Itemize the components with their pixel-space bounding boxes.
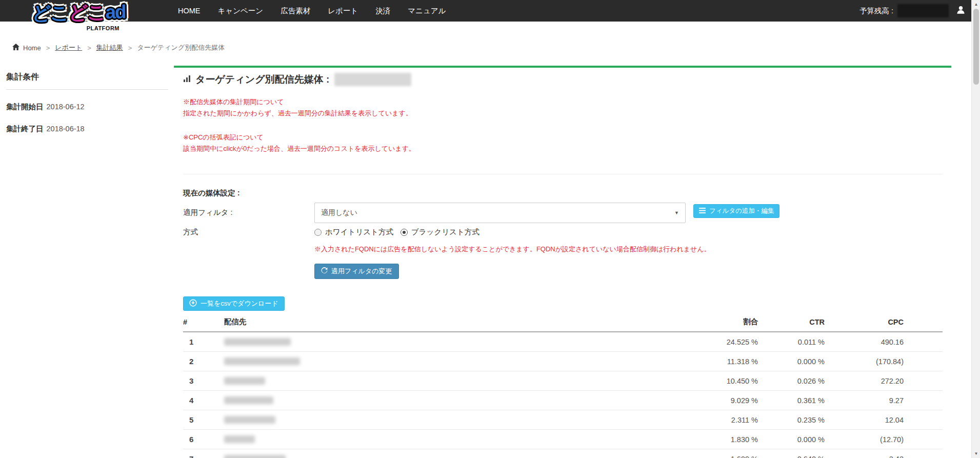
period-note: ※配信先媒体の集計期間について 指定された期間にかかわらず、過去一週間分の集計結… [183, 96, 943, 119]
table-row: 4 9.029 % 0.361 % 9.27 [183, 391, 943, 410]
row-ratio: 24.525 % [681, 332, 758, 352]
destination-name-redacted [224, 435, 255, 443]
report-panel: ターゲティング別配信先媒体 : ※配信先媒体の集計期間について 指定された期間に… [174, 66, 951, 458]
budget-balance-redacted [897, 4, 949, 17]
nav-item-manual[interactable]: マニュアル [399, 6, 454, 16]
whitelist-radio[interactable] [314, 229, 322, 236]
destination-name-redacted [224, 338, 291, 346]
row-ctr: 0.640 % [758, 449, 825, 458]
col-header-ratio: 割合 [681, 313, 758, 332]
row-cpc: 490.16 [825, 332, 943, 352]
row-ratio: 9.029 % [681, 391, 758, 410]
row-destination [224, 352, 681, 371]
scroll-down-button[interactable]: ▼ [972, 449, 980, 458]
top-navbar: HOME キャンペーン 広告素材 レポート 決済 マニュアル 予算残高 : [0, 0, 980, 22]
applied-filter-select[interactable]: 適用しない ▼ [314, 203, 686, 223]
row-number: 7 [183, 449, 224, 458]
row-ratio: 1.830 % [681, 430, 758, 449]
row-ratio: 10.450 % [681, 371, 758, 391]
main-menu: HOME キャンペーン 広告素材 レポート 決済 マニュアル [169, 0, 454, 22]
nav-item-report[interactable]: レポート [319, 6, 367, 16]
col-header-ctr: CTR [758, 313, 825, 332]
nav-item-home[interactable]: HOME [169, 7, 209, 15]
download-circle-icon [189, 299, 201, 308]
row-cpc: (170.84) [825, 352, 943, 371]
row-number: 2 [183, 352, 224, 371]
vertical-scrollbar: ▲ ▼ [971, 0, 980, 458]
row-number: 5 [183, 410, 224, 430]
breadcrumb-home-link[interactable]: Home [12, 44, 41, 52]
col-header-number: # [183, 313, 224, 332]
applied-filter-label: 適用フィルタ : [183, 203, 314, 217]
table-row: 2 11.318 % 0.000 % (170.84) [183, 352, 943, 371]
nav-item-creatives[interactable]: 広告素材 [272, 6, 319, 16]
col-header-destination: 配信先 [224, 313, 681, 332]
row-destination [224, 410, 681, 430]
scroll-up-button[interactable]: ▲ [972, 0, 980, 9]
page-title: ターゲティング別配信先媒体 : [183, 73, 943, 86]
row-destination [224, 430, 681, 449]
navbar-right: 予算残高 : [859, 0, 966, 22]
row-ctr: 0.361 % [758, 391, 825, 410]
refresh-icon [321, 267, 331, 275]
method-radio-group: ホワイトリスト方式 ブラックリスト方式 [314, 227, 487, 237]
method-label: 方式 [183, 227, 314, 237]
row-ratio: 2.311 % [681, 410, 758, 430]
row-cpc: 3.42 [825, 449, 943, 458]
destination-name-redacted [224, 455, 286, 458]
breadcrumb-results-link[interactable]: 集計結果 [96, 43, 123, 52]
destination-name-redacted [224, 377, 265, 385]
breadcrumb-current-page: ターゲティング別配信先媒体 [137, 43, 225, 52]
table-row: 6 1.830 % 0.000 % (12.70) [183, 430, 943, 449]
chevron-down-icon: ▼ [674, 210, 679, 215]
row-destination [224, 371, 681, 391]
row-ctr: 0.000 % [758, 352, 825, 371]
list-icon [699, 208, 709, 215]
site-logo-text: どこどこad [32, 0, 127, 27]
breadcrumb-report-link[interactable]: レポート [55, 43, 82, 52]
row-ratio: 1.699 % [681, 449, 758, 458]
table-header-row: # 配信先 割合 CTR CPC [183, 313, 943, 332]
breadcrumb-separator: > [46, 44, 50, 52]
row-ctr: 0.026 % [758, 371, 825, 391]
row-ctr: 0.011 % [758, 332, 825, 352]
row-cpc: 9.27 [825, 391, 943, 410]
nav-item-payment[interactable]: 決済 [367, 6, 399, 16]
row-number: 3 [183, 371, 224, 391]
table-row: 7 1.699 % 0.640 % 3.42 [183, 449, 943, 458]
row-number: 1 [183, 332, 224, 352]
section-divider [183, 174, 943, 174]
budget-balance-label: 予算残高 : [859, 6, 893, 16]
row-ratio: 11.318 % [681, 352, 758, 371]
site-logo[interactable]: どこどこad PLATFORM [32, 0, 127, 31]
apply-filter-change-button[interactable]: 適用フィルタの変更 [314, 264, 399, 279]
blacklist-radio[interactable] [401, 229, 408, 236]
destination-name-redacted [224, 416, 275, 424]
user-menu-button[interactable] [956, 5, 966, 16]
row-ctr: 0.235 % [758, 410, 825, 430]
whitelist-radio-label[interactable]: ホワイトリスト方式 [325, 227, 393, 237]
row-destination [224, 391, 681, 410]
row-cpc: (12.70) [825, 430, 943, 449]
current-media-settings-heading: 現在の媒体設定 : [183, 188, 943, 198]
table-row: 3 10.450 % 0.026 % 272.20 [183, 371, 943, 391]
aggregation-conditions-sidebar: 集計条件 集計開始日2018-06-12 集計終了日2018-06-18 [6, 72, 168, 134]
row-cpc: 272.20 [825, 371, 943, 391]
csv-download-button[interactable]: 一覧をcsvでダウンロード [183, 296, 285, 311]
nav-item-campaign[interactable]: キャンペーン [209, 6, 272, 16]
row-ctr: 0.000 % [758, 430, 825, 449]
table-row: 5 2.311 % 0.235 % 12.04 [183, 410, 943, 430]
blacklist-radio-label[interactable]: ブラックリスト方式 [411, 227, 479, 237]
filter-add-edit-button[interactable]: フィルタの追加・編集 [693, 204, 779, 218]
targeting-name-redacted [334, 73, 411, 86]
sidebar-title: 集計条件 [6, 72, 168, 90]
scrollbar-thumb[interactable] [973, 9, 979, 85]
breadcrumb-separator: > [87, 44, 91, 52]
home-icon [12, 44, 23, 52]
delivery-media-table: # 配信先 割合 CTR CPC 1 24.525 % 0.011 % 490.… [183, 313, 943, 458]
breadcrumb: Home > レポート > 集計結果 > ターゲティング別配信先媒体 [12, 42, 230, 53]
cpc-note: ※CPCの括弧表記について 該当期間中にclickが0だった場合、過去一週間分の… [183, 132, 943, 154]
row-number: 4 [183, 391, 224, 410]
row-number: 6 [183, 430, 224, 449]
destination-name-redacted [224, 396, 273, 404]
